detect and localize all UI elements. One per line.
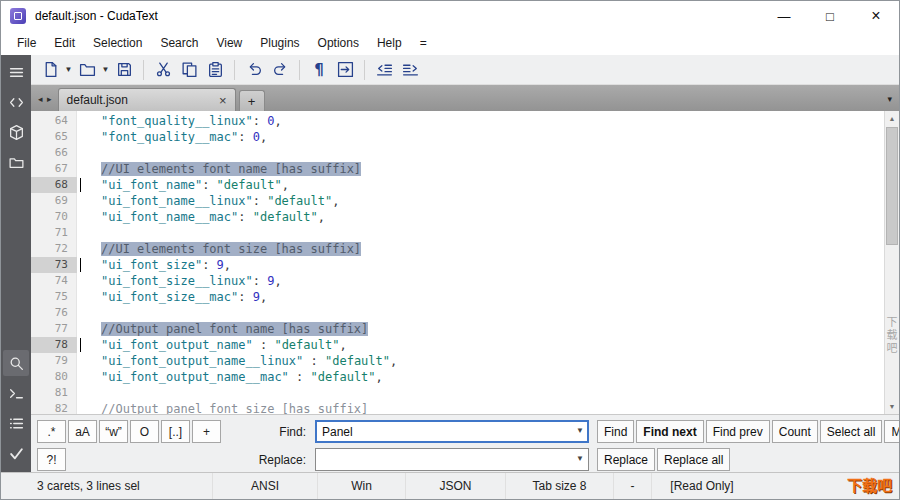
find-toggle-4[interactable]: [..] bbox=[161, 420, 190, 443]
status-cell-3[interactable]: JSON bbox=[406, 473, 506, 499]
line-text[interactable] bbox=[77, 225, 101, 241]
find-toggle-1[interactable]: aA bbox=[68, 420, 97, 443]
replace-button[interactable]: Replace bbox=[597, 448, 655, 471]
replace-history-dropdown-icon[interactable]: ▼ bbox=[576, 454, 584, 463]
editor-line[interactable]: 78"ui_font_output_name" : "default", bbox=[31, 337, 884, 353]
line-text[interactable] bbox=[77, 145, 101, 161]
line-number[interactable]: 78 bbox=[31, 337, 77, 353]
line-text[interactable]: "font_quality__mac": 0, bbox=[77, 129, 267, 145]
line-number[interactable]: 75 bbox=[31, 289, 77, 305]
maximize-button[interactable]: □ bbox=[807, 1, 853, 31]
editor-line[interactable]: 65"font_quality__mac": 0, bbox=[31, 129, 884, 145]
status-cell-0[interactable]: 3 carets, 3 lines sel bbox=[1, 473, 213, 499]
editor-line[interactable]: 80"ui_font_output_name__mac" : "default"… bbox=[31, 369, 884, 385]
package-icon[interactable] bbox=[3, 119, 29, 145]
line-number[interactable]: 73 bbox=[31, 257, 77, 273]
scroll-up-icon[interactable]: ▲ bbox=[885, 111, 899, 126]
list-icon[interactable] bbox=[3, 410, 29, 436]
scroll-down-icon[interactable]: ▼ bbox=[885, 399, 899, 414]
find-toggle-3[interactable]: O bbox=[130, 420, 159, 443]
wrap-marker-icon[interactable] bbox=[332, 57, 358, 83]
line-text[interactable]: "ui_font_name__mac": "default", bbox=[77, 209, 325, 225]
tab-list-dropdown-icon[interactable]: ▾ bbox=[887, 94, 892, 104]
line-text[interactable]: //Output panel font size [has suffix] bbox=[77, 401, 368, 414]
confirm-replace-toggle[interactable]: ?! bbox=[37, 448, 66, 471]
count-button[interactable]: Count bbox=[772, 420, 818, 443]
line-text[interactable]: "ui_font_name": "default", bbox=[77, 177, 289, 193]
line-number[interactable]: 72 bbox=[31, 241, 77, 257]
find-toggle-0[interactable]: .* bbox=[37, 420, 66, 443]
line-number[interactable]: 65 bbox=[31, 129, 77, 145]
line-text[interactable] bbox=[77, 385, 101, 401]
find-toggle-2[interactable]: “w” bbox=[99, 420, 128, 443]
find-next-button[interactable]: Find next bbox=[636, 420, 703, 443]
line-number[interactable]: 64 bbox=[31, 113, 77, 129]
hamburger-icon[interactable] bbox=[3, 59, 29, 85]
dropdown-arrow-icon[interactable]: ▼ bbox=[100, 57, 111, 83]
cut-icon[interactable] bbox=[150, 57, 176, 83]
status-cell-6[interactable]: [Read Only] bbox=[652, 473, 752, 499]
editor-line[interactable]: 70"ui_font_name__mac": "default", bbox=[31, 209, 884, 225]
editor-line[interactable]: 66 bbox=[31, 145, 884, 161]
menu-item-equals[interactable]: = bbox=[411, 33, 436, 53]
check-icon[interactable] bbox=[3, 440, 29, 466]
find-button[interactable]: Find bbox=[597, 420, 634, 443]
line-text[interactable]: "ui_font_size": 9, bbox=[77, 257, 231, 273]
menu-item-plugins[interactable]: Plugins bbox=[251, 33, 308, 53]
menu-item-view[interactable]: View bbox=[207, 33, 251, 53]
redo-icon[interactable] bbox=[267, 57, 293, 83]
scrollbar-thumb[interactable] bbox=[886, 127, 898, 245]
menu-item-options[interactable]: Options bbox=[309, 33, 368, 53]
tab-scroll-arrows[interactable]: ◂ ▸ bbox=[38, 94, 53, 104]
line-number[interactable]: 71 bbox=[31, 225, 77, 241]
line-number[interactable]: 69 bbox=[31, 193, 77, 209]
select-all-button[interactable]: Select all bbox=[820, 420, 883, 443]
editor-line[interactable]: 75"ui_font_size__mac": 9, bbox=[31, 289, 884, 305]
dropdown-arrow-icon[interactable]: ▼ bbox=[63, 57, 74, 83]
line-number[interactable]: 68 bbox=[31, 177, 77, 193]
line-text[interactable]: //Output panel font name [has suffix] bbox=[77, 321, 368, 337]
line-number[interactable]: 76 bbox=[31, 305, 77, 321]
editor-line[interactable]: 71 bbox=[31, 225, 884, 241]
line-text[interactable]: "font_quality__linux": 0, bbox=[77, 113, 282, 129]
line-text[interactable]: //UI elements font name [has suffix] bbox=[77, 161, 361, 177]
line-number[interactable]: 79 bbox=[31, 353, 77, 369]
line-number[interactable]: 66 bbox=[31, 145, 77, 161]
status-cell-4[interactable]: Tab size 8 bbox=[506, 473, 614, 499]
line-text[interactable]: "ui_font_size__mac": 9, bbox=[77, 289, 267, 305]
menu-item-file[interactable]: File bbox=[8, 33, 45, 53]
find-input[interactable] bbox=[315, 420, 589, 443]
pilcrow-icon[interactable]: ¶ bbox=[306, 57, 332, 83]
terminal-icon[interactable] bbox=[3, 380, 29, 406]
editor-line[interactable]: 82//Output panel font size [has suffix] bbox=[31, 401, 884, 414]
minimize-button[interactable]: — bbox=[761, 1, 807, 31]
line-text[interactable]: //UI elements font size [has suffix] bbox=[77, 241, 361, 257]
line-text[interactable]: "ui_font_output_name__linux" : "default"… bbox=[77, 353, 397, 369]
line-number[interactable]: 82 bbox=[31, 401, 77, 414]
menu-item-search[interactable]: Search bbox=[151, 33, 207, 53]
line-number[interactable]: 74 bbox=[31, 273, 77, 289]
line-text[interactable]: "ui_font_output_name" : "default", bbox=[77, 337, 347, 353]
line-number[interactable]: 70 bbox=[31, 209, 77, 225]
replace-input[interactable] bbox=[315, 448, 589, 471]
editor-line[interactable]: 73"ui_font_size": 9, bbox=[31, 257, 884, 273]
editor-line[interactable]: 64"font_quality__linux": 0, bbox=[31, 113, 884, 129]
tab-close-icon[interactable]: × bbox=[219, 94, 227, 107]
new-tab-button[interactable]: + bbox=[239, 90, 265, 111]
editor-line[interactable]: 76 bbox=[31, 305, 884, 321]
editor-line[interactable]: 79"ui_font_output_name__linux" : "defaul… bbox=[31, 353, 884, 369]
editor-line[interactable]: 68"ui_font_name": "default", bbox=[31, 177, 884, 193]
folder-icon[interactable] bbox=[3, 149, 29, 175]
mark-all-button[interactable]: Mark all bbox=[884, 420, 899, 443]
editor-line[interactable]: 74"ui_font_size__linux": 9, bbox=[31, 273, 884, 289]
status-cell-2[interactable]: Win bbox=[318, 473, 406, 499]
menu-item-help[interactable]: Help bbox=[368, 33, 411, 53]
paste-icon[interactable] bbox=[202, 57, 228, 83]
unindent-icon[interactable] bbox=[371, 57, 397, 83]
close-button[interactable]: × bbox=[853, 1, 899, 31]
editor-line[interactable]: 72//UI elements font size [has suffix] bbox=[31, 241, 884, 257]
new-file-icon[interactable] bbox=[37, 57, 63, 83]
find-toggle-5[interactable]: + bbox=[192, 420, 221, 443]
status-cell-1[interactable]: ANSI bbox=[213, 473, 318, 499]
copy-icon[interactable] bbox=[176, 57, 202, 83]
